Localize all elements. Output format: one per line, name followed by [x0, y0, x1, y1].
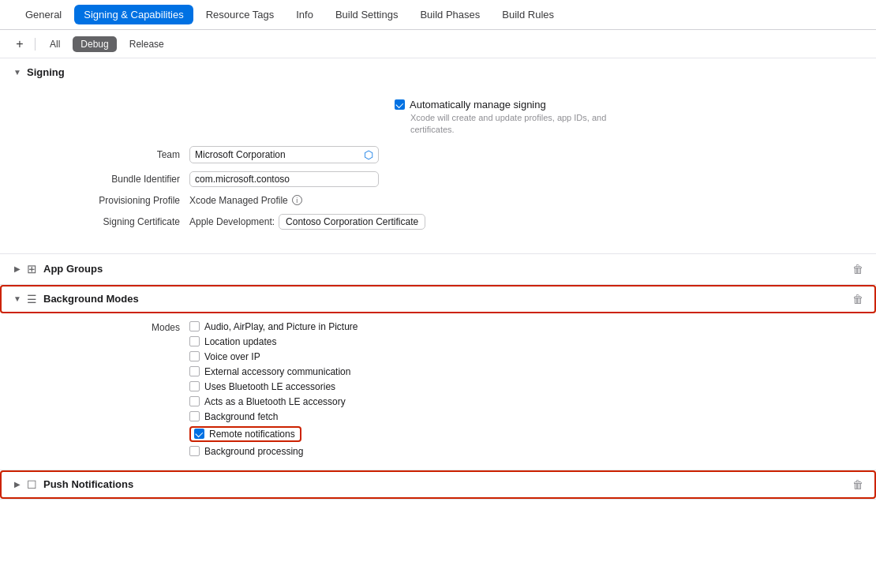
mode-checkbox-bg-fetch[interactable] — [189, 411, 200, 421]
mode-checkbox-bluetooth-le[interactable] — [189, 381, 200, 391]
tab-bar: General Signing & Capabilities Resource … — [0, 0, 876, 30]
tab-general[interactable]: General — [16, 5, 71, 24]
mode-item-accessory: External accessory communication — [189, 366, 358, 377]
signing-section-header[interactable]: ▼ Signing — [0, 58, 876, 86]
mode-item-audio: Audio, AirPlay, and Picture in Picture — [189, 321, 358, 332]
background-modes-icon: ☰ — [27, 293, 37, 305]
tab-build-rules[interactable]: Build Rules — [492, 5, 563, 24]
signing-content: Automatically manage signing Xcode will … — [0, 86, 876, 253]
background-modes-content: Modes Audio, AirPlay, and Picture in Pic… — [0, 313, 876, 470]
background-modes-chevron-icon: ▼ — [13, 294, 22, 303]
mode-label-remote-notif: Remote notifications — [209, 429, 295, 440]
background-modes-title: Background Modes — [43, 293, 139, 305]
mode-item-bluetooth-le: Uses Bluetooth LE accessories — [189, 381, 358, 392]
mode-item-remote-notif: Remote notifications — [189, 426, 358, 442]
signing-chevron-icon: ▼ — [13, 68, 22, 77]
auto-manage-label: Automatically manage signing — [410, 99, 546, 110]
app-groups-chevron-icon: ▶ — [13, 264, 22, 273]
mode-label-bg-fetch: Background fetch — [204, 411, 278, 422]
mode-checkbox-remote-notif[interactable] — [194, 429, 204, 439]
background-modes-section: ▼ ☰ Background Modes 🗑 Modes Audio, AirP… — [0, 285, 876, 470]
signing-cert-row: Signing Certificate Apple Development: C… — [0, 214, 876, 230]
signing-cert-prefix: Apple Development: — [189, 216, 275, 227]
filter-all-button[interactable]: All — [42, 36, 68, 52]
auto-manage-sub-text: Xcode will create and update profiles, a… — [410, 112, 647, 137]
app-groups-icon: ⊞ — [27, 262, 37, 276]
mode-label-bluetooth-le: Uses Bluetooth LE accessories — [204, 381, 335, 392]
mode-label-bluetooth-acts: Acts as a Bluetooth LE accessory — [204, 396, 346, 407]
signing-section: ▼ Signing Automatically manage signing X… — [0, 58, 876, 254]
mode-label-accessory: External accessory communication — [204, 366, 350, 377]
app-groups-header[interactable]: ▶ ⊞ App Groups 🗑 — [0, 254, 876, 284]
bundle-row: Bundle Identifier — [0, 171, 876, 187]
signing-section-title: Signing — [27, 66, 65, 78]
push-notifications-chevron-icon: ▶ — [13, 480, 22, 489]
mode-checkbox-location[interactable] — [189, 336, 200, 346]
mode-label-location: Location updates — [204, 336, 276, 347]
team-select[interactable]: Microsoft Corporation ⬡ — [189, 146, 379, 163]
mode-label-voip: Voice over IP — [204, 351, 260, 362]
background-modes-header[interactable]: ▼ ☰ Background Modes 🗑 — [0, 285, 876, 313]
bundle-label: Bundle Identifier — [32, 174, 189, 185]
mode-label-bg-processing: Background processing — [204, 446, 303, 457]
mode-checkbox-accessory[interactable] — [189, 366, 200, 376]
push-notifications-trash-icon[interactable]: 🗑 — [852, 478, 863, 491]
provisioning-value: Xcode Managed Profile — [189, 195, 288, 206]
add-capability-button[interactable]: + — [11, 36, 28, 53]
filter-bar: + All Debug Release — [0, 30, 876, 58]
mode-checkbox-bluetooth-acts[interactable] — [189, 396, 200, 406]
provisioning-info-icon[interactable]: i — [292, 195, 302, 205]
bundle-identifier-input[interactable] — [189, 171, 379, 187]
tab-build-settings[interactable]: Build Settings — [326, 5, 408, 24]
push-notifications-icon: ☐ — [27, 478, 37, 491]
auto-manage-checkbox[interactable] — [395, 99, 405, 110]
app-groups-title: App Groups — [43, 263, 103, 275]
mode-checkbox-voip[interactable] — [189, 351, 200, 361]
mode-item-voip: Voice over IP — [189, 351, 358, 362]
push-notifications-section: ▶ ☐ Push Notifications 🗑 — [0, 470, 876, 500]
signing-cert-value-row: Apple Development: Contoso Corporation C… — [189, 214, 425, 230]
mode-checkbox-bg-processing[interactable] — [189, 446, 200, 456]
provisioning-row: Provisioning Profile Xcode Managed Profi… — [0, 195, 876, 206]
tab-signing[interactable]: Signing & Capabilities — [74, 5, 193, 24]
app-groups-section: ▶ ⊞ App Groups 🗑 — [0, 254, 876, 285]
tab-resource-tags[interactable]: Resource Tags — [197, 5, 283, 24]
mode-label-audio: Audio, AirPlay, and Picture in Picture — [204, 321, 358, 332]
filter-debug-button[interactable]: Debug — [73, 36, 116, 52]
tab-info[interactable]: Info — [286, 5, 323, 24]
mode-item-bluetooth-acts: Acts as a Bluetooth LE accessory — [189, 396, 358, 407]
auto-manage-row: Automatically manage signing Xcode will … — [0, 99, 876, 146]
modes-label: Modes — [32, 321, 189, 333]
modes-row: Modes Audio, AirPlay, and Picture in Pic… — [0, 321, 876, 457]
team-stepper-icon: ⬡ — [364, 148, 373, 161]
team-label: Team — [32, 149, 189, 160]
remote-notif-highlighted-box: Remote notifications — [189, 426, 301, 442]
push-notifications-header[interactable]: ▶ ☐ Push Notifications 🗑 — [0, 470, 876, 499]
tab-build-phases[interactable]: Build Phases — [410, 5, 489, 24]
mode-item-location: Location updates — [189, 336, 358, 347]
app-groups-trash-icon[interactable]: 🗑 — [852, 263, 863, 275]
provisioning-label: Provisioning Profile — [32, 195, 189, 206]
auto-manage-inner: Automatically manage signing Xcode will … — [395, 99, 647, 137]
signing-cert-label: Signing Certificate — [32, 216, 189, 227]
modes-list: Audio, AirPlay, and Picture in Picture L… — [189, 321, 358, 457]
divider — [35, 38, 36, 51]
team-row: Team Microsoft Corporation ⬡ — [0, 146, 876, 163]
content-area: ▼ Signing Automatically manage signing X… — [0, 58, 876, 588]
background-modes-trash-icon[interactable]: 🗑 — [852, 293, 863, 305]
team-value: Microsoft Corporation — [195, 149, 286, 160]
provisioning-value-row: Xcode Managed Profile i — [189, 195, 302, 206]
mode-item-bg-fetch: Background fetch — [189, 411, 358, 422]
mode-checkbox-audio[interactable] — [189, 321, 200, 331]
mode-item-bg-processing: Background processing — [189, 446, 358, 457]
signing-cert-box: Contoso Corporation Certificate — [279, 214, 425, 230]
auto-manage-checkbox-row: Automatically manage signing — [395, 99, 546, 110]
push-notifications-title: Push Notifications — [43, 478, 133, 490]
filter-release-button[interactable]: Release — [122, 36, 172, 52]
